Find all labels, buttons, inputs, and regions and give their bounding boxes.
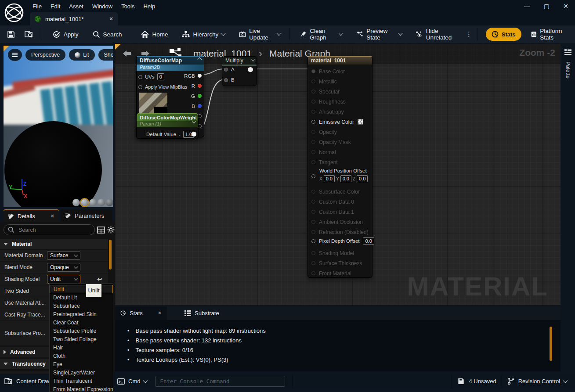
dropdown-option[interactable]: Hair bbox=[50, 343, 113, 352]
material-input-pin[interactable] bbox=[311, 140, 315, 144]
details-search-input[interactable] bbox=[18, 227, 83, 234]
output-pin[interactable] bbox=[198, 94, 202, 98]
minimize-button[interactable]: — bbox=[521, 1, 534, 11]
material-input-pin[interactable] bbox=[311, 271, 315, 275]
wpo-x-value[interactable]: 0.0 bbox=[324, 175, 335, 182]
preview-cylinder-button[interactable] bbox=[72, 199, 80, 206]
dropdown-option[interactable]: Default Lit bbox=[50, 293, 113, 302]
tab-stats[interactable]: Stats ✕ bbox=[115, 306, 167, 320]
unsaved-assets-button[interactable]: * 4 Unsaved bbox=[452, 374, 501, 389]
tab-substrate[interactable]: Substrate bbox=[179, 306, 224, 320]
output-pin-row[interactable]: RGB bbox=[181, 71, 202, 81]
node-title[interactable]: DiffuseColorMapWeight bbox=[137, 114, 198, 121]
world-position-offset-block[interactable]: World Position Offset X 0.0 Y 0.0 Z 0.0 bbox=[308, 167, 372, 186]
node-material-result[interactable]: material_1001 Base Color Metallic bbox=[307, 56, 372, 278]
details-scrollbar[interactable] bbox=[109, 240, 112, 270]
multiply-output-pin[interactable] bbox=[248, 67, 253, 72]
pdo-value-box[interactable]: 0.0 bbox=[363, 237, 374, 245]
material-input-pin[interactable] bbox=[311, 160, 315, 164]
material-input-pin[interactable] bbox=[311, 210, 315, 214]
multiply-input-b-pin[interactable] bbox=[224, 78, 228, 82]
property-dropdown[interactable]: Opaque bbox=[47, 263, 80, 272]
material-input-pin-row[interactable]: Front Material bbox=[308, 268, 372, 278]
material-input-pin-row[interactable]: Anisotropy bbox=[308, 107, 372, 117]
display-grid-icon[interactable] bbox=[97, 226, 105, 234]
uvs-input-pin[interactable] bbox=[138, 75, 142, 79]
material-input-pin[interactable] bbox=[311, 110, 315, 114]
material-input-pin-row[interactable]: Base Color bbox=[308, 66, 372, 76]
menu-item[interactable]: Window bbox=[88, 1, 117, 12]
node-diffusecolormapweight[interactable]: DiffuseColorMapWeight Param (1) Default … bbox=[136, 113, 199, 139]
wpo-input-pin[interactable] bbox=[311, 174, 315, 178]
material-input-pin-row[interactable]: Ambient Occlusion bbox=[308, 217, 372, 227]
material-input-pin-row[interactable]: Opacity bbox=[308, 127, 372, 137]
platform-stats-button[interactable]: Platform Stats bbox=[526, 25, 575, 43]
node-multiply[interactable]: Multiply A B bbox=[222, 56, 257, 86]
tab-close-icon[interactable]: ✕ bbox=[109, 16, 113, 22]
preview-viewport[interactable]: Perspective Lit Show Z Y X bbox=[4, 46, 113, 207]
collapse-chevron-icon[interactable] bbox=[198, 58, 202, 62]
preview-custom-mesh-button[interactable] bbox=[106, 199, 113, 206]
material-input-pin[interactable] bbox=[311, 69, 315, 73]
material-input-pin-row[interactable]: Surface Thickness bbox=[308, 258, 372, 268]
show-menu-button[interactable]: Show bbox=[98, 49, 113, 61]
collapse-chevron-icon[interactable] bbox=[251, 58, 255, 61]
dropdown-option[interactable]: Two Sided Foliage bbox=[50, 335, 113, 343]
menu-item[interactable]: Help bbox=[139, 1, 159, 12]
material-input-pin[interactable] bbox=[311, 120, 315, 124]
dropdown-option[interactable]: Cloth bbox=[50, 352, 113, 360]
wpo-y-value[interactable]: 0.0 bbox=[340, 175, 351, 182]
palette-sidebar[interactable]: Palette bbox=[561, 44, 575, 371]
stats-scrollbar[interactable] bbox=[550, 327, 552, 361]
details-row[interactable]: Material Domain Surface ↩ bbox=[0, 250, 108, 261]
home-button[interactable]: Home bbox=[136, 25, 173, 43]
dropdown-option[interactable]: Thin Translucent bbox=[50, 377, 113, 385]
reset-to-default-icon[interactable]: ↩ bbox=[97, 276, 102, 283]
menu-item[interactable]: Asset bbox=[65, 1, 88, 12]
tab-material-1001[interactable]: material_1001* ✕ bbox=[30, 12, 118, 25]
details-search[interactable] bbox=[4, 224, 95, 235]
cmd-selector[interactable]: Cmd bbox=[112, 374, 152, 389]
node-title[interactable]: Multiply bbox=[222, 57, 257, 66]
material-input-pin-row[interactable]: Subsurface Color bbox=[308, 187, 372, 197]
uvs-value-box[interactable]: 0 bbox=[157, 73, 164, 80]
browse-to-asset-button[interactable] bbox=[20, 25, 38, 43]
material-input-pin-row[interactable]: Specular bbox=[308, 86, 372, 97]
hide-unrelated-button[interactable]: Hide Unrelated bbox=[411, 25, 463, 43]
viewport-options-button[interactable] bbox=[8, 49, 22, 61]
stats-toggle-button[interactable]: i Stats bbox=[486, 28, 521, 41]
revision-control-button[interactable]: Revision Control bbox=[502, 374, 572, 389]
console-command-input[interactable] bbox=[159, 378, 281, 385]
material-input-pin[interactable] bbox=[311, 90, 315, 94]
pixel-depth-offset-row[interactable]: Pixel Depth Offset 0.0 bbox=[311, 237, 374, 245]
weight-output-pin[interactable] bbox=[192, 132, 196, 137]
material-input-pin-row[interactable]: Tangent bbox=[308, 157, 372, 167]
menu-item[interactable]: Tools bbox=[117, 1, 139, 12]
menu-item[interactable]: Edit bbox=[46, 1, 65, 12]
material-input-pin-row[interactable]: Refraction (Disabled) bbox=[308, 227, 372, 237]
section-material[interactable]: Material bbox=[0, 239, 108, 249]
apply-button[interactable]: Apply bbox=[47, 25, 83, 43]
tab-details[interactable]: Details ✕ bbox=[4, 209, 59, 222]
preview-plane-button[interactable] bbox=[89, 199, 97, 206]
clean-graph-button[interactable]: Clean Graph bbox=[295, 25, 347, 43]
stats-tab-close-icon[interactable]: ✕ bbox=[158, 310, 162, 316]
search-button[interactable]: Search bbox=[88, 25, 127, 43]
output-pin-row[interactable]: G bbox=[181, 91, 202, 101]
tab-parameters[interactable]: Parameters bbox=[61, 209, 112, 222]
back-arrow-icon[interactable] bbox=[121, 50, 133, 58]
node-title[interactable]: material_1001 bbox=[308, 57, 372, 65]
property-dropdown[interactable]: Unlit bbox=[47, 275, 80, 284]
preview-state-button[interactable]: Preview State bbox=[352, 25, 406, 43]
dropdown-option[interactable]: Clear Coat bbox=[50, 318, 113, 327]
details-tab-close-icon[interactable]: ✕ bbox=[51, 213, 54, 219]
gear-icon[interactable] bbox=[107, 226, 115, 234]
material-input-pin[interactable] bbox=[311, 230, 315, 234]
dropdown-option[interactable]: SingleLayerWater bbox=[50, 368, 113, 377]
material-input-pin[interactable] bbox=[311, 100, 315, 104]
node-title[interactable]: DiffuseColorMap bbox=[137, 57, 204, 65]
output-pin-row[interactable]: B bbox=[181, 101, 202, 111]
dropdown-option[interactable]: From Material Expression bbox=[50, 385, 113, 392]
material-input-pin[interactable] bbox=[311, 130, 315, 134]
material-input-pin-row[interactable]: Custom Data 0 bbox=[308, 197, 372, 207]
